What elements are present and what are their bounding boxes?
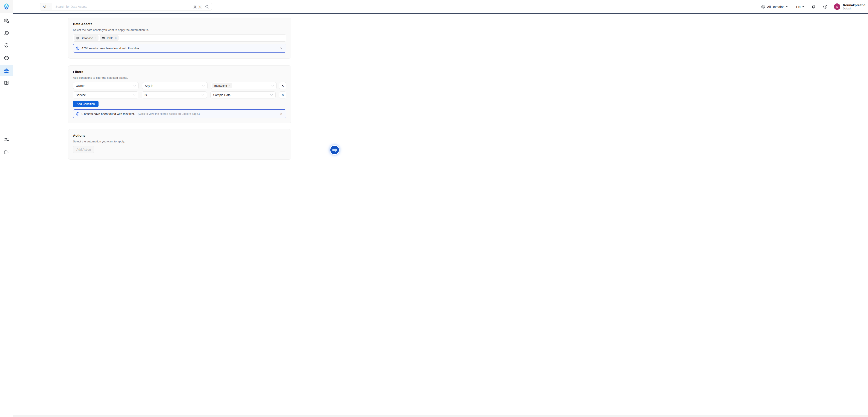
add-condition-button[interactable]: Add Condition bbox=[73, 101, 98, 107]
main-content: Data Assets Select the data assets you w… bbox=[13, 14, 337, 162]
field-select-value: Service bbox=[76, 93, 86, 97]
filters-description: Add conditions to filter the selected as… bbox=[73, 76, 286, 79]
chevron-down-icon bbox=[270, 94, 273, 96]
k-key-badge: K bbox=[198, 5, 202, 9]
field-select[interactable]: Service bbox=[73, 91, 138, 98]
remove-condition-button[interactable]: ✕ bbox=[279, 82, 286, 89]
data-assets-title: Data Assets bbox=[73, 22, 286, 26]
sidebar-footer bbox=[0, 134, 13, 162]
asset-type-select[interactable]: Database ✕ Table ✕ bbox=[73, 34, 286, 42]
asset-tag-table: Table ✕ bbox=[100, 35, 119, 41]
open-book-icon bbox=[4, 80, 9, 86]
header-divider bbox=[13, 13, 337, 14]
info-icon bbox=[76, 112, 80, 116]
sidebar-item-observability[interactable] bbox=[0, 28, 13, 39]
close-alert-icon[interactable]: ✕ bbox=[279, 112, 283, 116]
operator-select[interactable]: Is bbox=[142, 91, 207, 98]
chevron-down-icon bbox=[202, 85, 205, 87]
sliders-icon bbox=[4, 137, 9, 142]
app-logo[interactable] bbox=[0, 0, 13, 13]
sidebar-item-explore[interactable] bbox=[0, 15, 13, 27]
data-assets-card: Data Assets Select the data assets you w… bbox=[68, 18, 291, 59]
alert-message: 0 assets have been found with this filte… bbox=[82, 112, 135, 116]
operator-select[interactable]: Any in bbox=[142, 82, 208, 89]
logout-icon bbox=[4, 149, 9, 155]
chevron-down-icon bbox=[202, 94, 204, 96]
top-header: All Search for Data Assets ⌘ K All Domai… bbox=[13, 0, 337, 13]
chevron-down-icon bbox=[48, 6, 50, 7]
filter-condition-row: Owner Any in marketing ✕ ✕ bbox=[73, 82, 286, 89]
data-assets-count-alert[interactable]: 4768 assets have been found with this fi… bbox=[73, 44, 286, 53]
sidebar bbox=[0, 0, 13, 162]
search-scope-dropdown[interactable]: All bbox=[40, 3, 52, 10]
alert-message: 4768 assets have been found with this fi… bbox=[82, 46, 140, 50]
field-select-value: Owner bbox=[76, 84, 85, 88]
remove-tag-icon[interactable]: ✕ bbox=[95, 37, 97, 39]
operator-select-value: Is bbox=[145, 93, 147, 97]
search-icon[interactable] bbox=[205, 5, 209, 9]
alert-hint: (Click to view the filtered assets on Ex… bbox=[138, 112, 199, 116]
asset-tag-label: Table bbox=[106, 36, 113, 40]
filters-card: Filters Add conditions to filter the sel… bbox=[68, 65, 291, 123]
field-select[interactable]: Owner bbox=[73, 82, 138, 89]
magnifier-chart-icon bbox=[4, 30, 9, 36]
value-tag: marketing ✕ bbox=[212, 83, 232, 88]
sidebar-item-domains[interactable] bbox=[0, 52, 13, 64]
data-assets-description: Select the data assets you want to apply… bbox=[73, 28, 286, 32]
sidebar-item-govern[interactable] bbox=[0, 65, 13, 76]
asset-tag-label: Database bbox=[81, 36, 93, 40]
actions-description: Select the automation you want to apply. bbox=[73, 140, 286, 143]
globe-search-icon bbox=[4, 18, 9, 24]
database-icon bbox=[76, 36, 79, 40]
sidebar-item-settings[interactable] bbox=[0, 134, 13, 146]
value-select[interactable]: Sample Data bbox=[210, 91, 276, 98]
sidebar-item-insights[interactable] bbox=[0, 40, 13, 52]
value-select[interactable]: marketing ✕ bbox=[211, 82, 277, 89]
actions-title: Actions bbox=[73, 134, 286, 137]
info-icon bbox=[76, 46, 80, 50]
card-connector-line bbox=[180, 59, 180, 65]
layers-logo-icon bbox=[3, 3, 10, 10]
operator-select-value: Any in bbox=[145, 84, 153, 88]
asset-tag-database: Database ✕ bbox=[74, 35, 98, 41]
sidebar-nav bbox=[0, 13, 13, 90]
card-connector-line bbox=[180, 123, 180, 129]
filters-count-alert[interactable]: 0 assets have been found with this filte… bbox=[73, 109, 286, 118]
remove-tag-icon[interactable]: ✕ bbox=[228, 85, 230, 87]
filter-condition-row: Service Is Sample Data ✕ bbox=[73, 91, 286, 98]
filters-title: Filters bbox=[73, 70, 286, 74]
value-tag-label: marketing bbox=[214, 84, 227, 87]
lightbulb-icon bbox=[4, 43, 9, 49]
sidebar-item-logout[interactable] bbox=[0, 146, 13, 158]
search-scope-label: All bbox=[43, 5, 46, 8]
value-select-value: Sample Data bbox=[213, 93, 230, 97]
remove-condition-button[interactable]: ✕ bbox=[279, 91, 286, 98]
search-shortcut: ⌘ K bbox=[193, 5, 209, 9]
chevron-down-icon bbox=[133, 94, 135, 96]
globe-icon bbox=[4, 55, 9, 61]
remove-tag-icon[interactable]: ✕ bbox=[115, 37, 117, 39]
sidebar-item-knowledge-center[interactable] bbox=[0, 77, 13, 89]
add-action-button[interactable]: Add Action bbox=[73, 146, 94, 153]
actions-card: Actions Select the automation you want t… bbox=[68, 129, 291, 160]
global-search-bar[interactable]: All Search for Data Assets ⌘ K bbox=[40, 3, 212, 10]
chevron-down-icon bbox=[133, 85, 136, 87]
chevron-down-icon bbox=[271, 85, 274, 87]
search-input[interactable]: Search for Data Assets bbox=[55, 5, 193, 8]
robot-chat-icon bbox=[332, 147, 337, 153]
table-icon bbox=[102, 36, 105, 40]
command-key-badge: ⌘ bbox=[193, 5, 197, 9]
bank-icon bbox=[4, 68, 9, 73]
close-alert-icon[interactable]: ✕ bbox=[279, 46, 283, 51]
